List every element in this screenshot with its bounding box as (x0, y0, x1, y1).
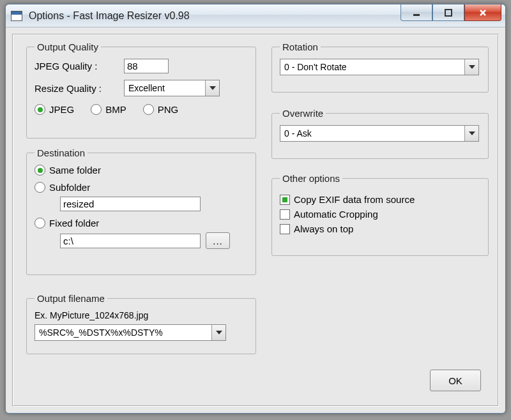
close-icon (478, 8, 487, 17)
radio-icon (91, 104, 102, 115)
format-bmp-radio[interactable]: BMP (91, 104, 126, 115)
inner-panel: Output Quality JPEG Quality : Resize Qua… (12, 34, 499, 407)
resize-quality-value: Excellent (128, 83, 165, 93)
fixed-folder-input[interactable] (60, 234, 201, 248)
chevron-down-icon (464, 126, 478, 141)
output-quality-legend: Output Quality (34, 41, 101, 52)
format-png-radio[interactable]: PNG (143, 104, 179, 115)
ok-button[interactable]: OK (430, 370, 481, 391)
fixed-folder-radio[interactable]: Fixed folder (34, 218, 248, 229)
filename-example: Ex. MyPicture_1024x768.jpg (34, 310, 248, 320)
app-icon (11, 11, 22, 21)
browse-button[interactable]: ... (206, 232, 230, 249)
subfolder-input[interactable] (60, 197, 201, 211)
checkbox-icon (280, 224, 290, 234)
overwrite-select[interactable]: 0 - Ask (280, 125, 479, 142)
output-filename-legend: Output filename (34, 293, 107, 304)
client-area: Output Quality JPEG Quality : Resize Qua… (6, 27, 505, 413)
output-quality-group: Output Quality JPEG Quality : Resize Qua… (26, 41, 256, 139)
close-button[interactable] (464, 4, 501, 21)
chevron-down-icon (211, 325, 225, 340)
jpeg-quality-label: JPEG Quality : (34, 61, 124, 71)
filename-pattern-select[interactable]: %SRC%_%DSTX%x%DSTY% (34, 324, 226, 341)
radio-icon (34, 104, 45, 115)
maximize-button[interactable] (432, 4, 464, 21)
rotation-legend: Rotation (280, 41, 321, 52)
window-title: Options - Fast Image Resizer v0.98 (29, 10, 190, 22)
output-filename-group: Output filename Ex. MyPicture_1024x768.j… (26, 293, 256, 354)
maximize-icon (444, 8, 453, 17)
overwrite-group: Overwrite 0 - Ask (271, 108, 489, 159)
rotation-select[interactable]: 0 - Don't Rotate (280, 59, 479, 75)
svg-rect-1 (445, 10, 452, 16)
always-on-top-checkbox[interactable]: Always on top (280, 223, 480, 234)
titlebar[interactable]: Options - Fast Image Resizer v0.98 (6, 4, 505, 27)
resize-quality-label: Resize Quality : (34, 83, 124, 94)
filename-pattern-value: %SRC%_%DSTX%x%DSTY% (39, 327, 163, 338)
window-controls (400, 4, 501, 21)
checkbox-icon (280, 209, 290, 220)
radio-icon (34, 218, 45, 229)
rotation-value: 0 - Don't Rotate (284, 62, 347, 72)
subfolder-radio[interactable]: Subfolder (34, 182, 248, 193)
radio-icon (34, 165, 45, 176)
checkbox-icon (280, 195, 290, 205)
other-options-legend: Other options (280, 173, 342, 184)
minimize-button[interactable] (400, 4, 432, 21)
chevron-down-icon (464, 59, 478, 75)
same-folder-radio[interactable]: Same folder (34, 165, 248, 176)
chevron-down-icon (205, 80, 219, 96)
radio-icon (34, 182, 45, 193)
options-window: Options - Fast Image Resizer v0.98 Outpu… (5, 4, 506, 414)
copy-exif-checkbox[interactable]: Copy EXIF data from source (280, 194, 480, 205)
destination-group: Destination Same folder Subfolder Fixed … (26, 147, 256, 275)
resize-quality-select[interactable]: Excellent (124, 80, 220, 96)
other-options-group: Other options Copy EXIF data from source… (271, 173, 489, 256)
rotation-group: Rotation 0 - Don't Rotate (271, 41, 489, 93)
minimize-icon (412, 8, 421, 17)
overwrite-legend: Overwrite (280, 108, 326, 119)
auto-crop-checkbox[interactable]: Automatic Cropping (280, 209, 480, 220)
jpeg-quality-input[interactable] (124, 59, 169, 73)
svg-rect-0 (413, 14, 420, 16)
format-jpeg-radio[interactable]: JPEG (34, 104, 74, 115)
radio-icon (143, 104, 154, 115)
destination-legend: Destination (34, 147, 88, 158)
overwrite-value: 0 - Ask (284, 128, 312, 139)
